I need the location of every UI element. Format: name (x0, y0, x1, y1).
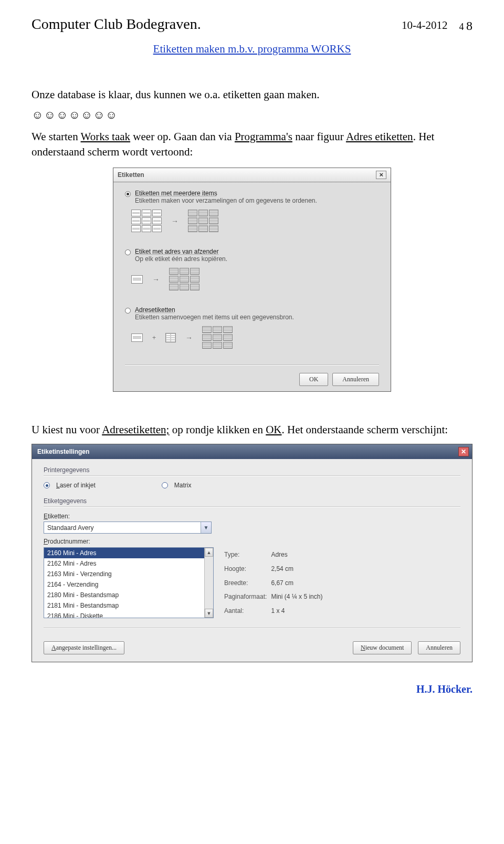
radio-icon[interactable] (125, 308, 131, 314)
product-info: Type:Adres Hoogte:2,54 cm Breedte:6,67 c… (223, 547, 327, 618)
section-printer: Printergegevens (44, 466, 460, 474)
list-item[interactable]: 2180 Mini - Bestandsmap (44, 590, 204, 600)
dialog-titlebar: Etiketinstellingen ✕ (32, 444, 472, 459)
page-subtitle: Etiketten maken m.b.v. programma WORKS (32, 43, 472, 56)
section-etiket: Etiketgegevens (44, 497, 460, 505)
scroll-up-icon[interactable]: ▲ (205, 548, 213, 557)
combo-value: Standaard Avery (44, 524, 201, 532)
dialog-titlebar: Etiketten × (113, 168, 391, 182)
etiketten-dialog: Etiketten × Etiketten met meerdere items… (113, 168, 391, 392)
custom-settings-button[interactable]: Aangepaste instellingen... (44, 641, 124, 654)
arrow-icon: → (152, 275, 160, 284)
list-item[interactable]: 2160 Mini - Adres (44, 548, 204, 558)
close-icon[interactable]: × (376, 171, 386, 179)
single-card-icon (131, 275, 143, 284)
illustration-sender: → (131, 268, 379, 290)
chevron-down-icon[interactable]: ▼ (201, 522, 211, 533)
scrollbar[interactable]: ▲ ▼ (204, 548, 213, 618)
arrow-icon: → (185, 334, 193, 342)
list-item[interactable]: 2162 Mini - Adres (44, 558, 204, 569)
page-header: Computer Club Bodegraven. 10-4-2012 4 8 (32, 16, 472, 33)
dialog-title: Etiketinstellingen (37, 448, 89, 455)
cancel-button[interactable]: Annuleren (418, 641, 460, 654)
option-label: Adresetiketten (135, 306, 294, 314)
new-document-button[interactable]: Nieuw document (353, 641, 412, 654)
repeated-grid-icon (169, 268, 200, 290)
paragraph-2: We starten Works taak weer op. Gaan dan … (32, 129, 472, 159)
productnummer-label: Productnummer: (44, 538, 90, 545)
single-card-icon (131, 334, 143, 342)
option-label: Etiketten met meerdere items (135, 190, 317, 197)
etiketten-combo[interactable]: Standaard Avery ▼ (44, 522, 212, 534)
etiketten-field-label: Etiketten: (44, 513, 70, 520)
header-right: 10-4-2012 4 8 (402, 19, 472, 33)
arrow-icon: → (171, 217, 178, 225)
merged-grid-icon (202, 326, 233, 349)
page-number: 4 8 (459, 19, 473, 33)
radio-matrix[interactable] (162, 482, 168, 488)
list-item[interactable]: 2186 Mini - Diskette (44, 611, 204, 618)
list-item[interactable]: 2164 - Verzending (44, 579, 204, 590)
smiley-row: ☺☺☺☺☺☺☺ (32, 108, 472, 122)
radio-icon[interactable] (125, 249, 131, 255)
option-desc: Op elk etiket één adres kopiëren. (135, 255, 227, 263)
org-name: Computer Club Bodegraven. (32, 16, 201, 33)
cancel-button[interactable]: Annuleren (332, 373, 379, 386)
etiketinstellingen-dialog: Etiketinstellingen ✕ Printergegevens Las… (32, 444, 472, 662)
option-desc: Etiketten maken voor verzamelingen of om… (135, 197, 317, 204)
list-item[interactable]: 2181 Mini - Bestandsmap (44, 600, 204, 611)
close-icon[interactable]: ✕ (458, 447, 469, 456)
illustration-merge: + → (131, 326, 379, 349)
radio-icon[interactable] (125, 191, 131, 197)
paragraph-1: Onze database is klaar, dus kunnen we o.… (32, 87, 472, 102)
ok-button[interactable]: OK (299, 373, 328, 386)
scroll-down-icon[interactable]: ▼ (205, 609, 213, 618)
paragraph-3: U kiest nu voor Adresetiketten; op rondj… (32, 423, 472, 436)
plus-icon: + (152, 334, 156, 341)
option-label: Etiket met adres van afzender (135, 248, 227, 255)
radio-matrix-label: Matrix (174, 482, 192, 489)
option-multi-items[interactable]: Etiketten met meerdere items Etiketten m… (125, 190, 379, 204)
datasource-icon (165, 333, 176, 342)
radio-laser[interactable] (44, 482, 50, 488)
option-sender-address[interactable]: Etiket met adres van afzender Op elk eti… (125, 248, 379, 263)
option-desc: Etiketten samenvoegen met items uit een … (135, 314, 294, 321)
list-item[interactable]: 2163 Mini - Verzending (44, 569, 204, 579)
illustration-multi: → (131, 210, 379, 232)
page-footer: H.J. Höcker. (32, 683, 472, 695)
labels-grid-icon (131, 210, 162, 232)
product-listbox[interactable]: 2160 Mini - Adres2162 Mini - Adres2163 M… (44, 547, 214, 618)
radio-laser-label: Laser of inkjet (56, 482, 96, 489)
header-date: 10-4-2012 (402, 19, 448, 33)
option-address-labels[interactable]: Adresetiketten Etiketten samenvoegen met… (125, 306, 379, 321)
dialog-title: Etiketten (118, 171, 144, 179)
labels-grid-filled-icon (188, 210, 218, 232)
